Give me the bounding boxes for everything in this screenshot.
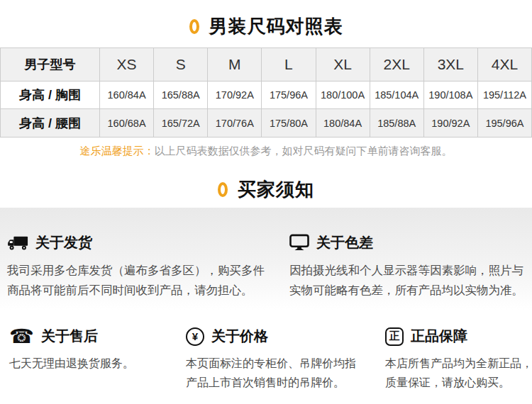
yen-circle-icon: ¥: [186, 327, 204, 346]
authentic-seal-icon: 正: [385, 327, 404, 346]
table-row-chest: 身高 / 胸围 160/84A 165/88A 170/92A 175/96A …: [1, 82, 532, 109]
note-body: 因拍摄光线和个人显示器等因素影响，照片与实物可能略有色差，所有产品均以实物为准。: [289, 260, 532, 300]
note-color-header: 关于色差: [289, 233, 532, 252]
size-value-cell: 185/88A: [370, 109, 423, 138]
size-value-cell: 165/72A: [154, 109, 208, 138]
size-header-cell: XS: [100, 48, 154, 82]
note-body: 七天无理由退换货服务。: [9, 354, 172, 373]
size-chart-tip: 途乐温馨提示：以上尺码表数据仅供参考，如对尺码有疑问下单前请咨询客服。: [0, 145, 532, 158]
size-header-cell: XL: [316, 48, 370, 82]
size-value-cell: 170/92A: [208, 82, 262, 109]
size-chart-table: 男子型号 XS S M L XL 2XL 3XL 4XL 身高 / 胸围 160…: [0, 47, 532, 138]
size-header-cell: L: [262, 48, 316, 82]
note-authenticity-header: 正 正品保障: [385, 327, 532, 346]
buyer-notes-title: 买家须知: [238, 177, 314, 202]
note-shipping: 关于发货 我司采用多仓库发货（遍布多省多区），购买多件商品将可能前后不同时间收到…: [7, 233, 271, 300]
ring-bullet-icon: [218, 182, 228, 197]
note-shipping-header: 关于发货: [7, 233, 271, 252]
note-authenticity: 正 正品保障 本店所售产品均为全新正品，质量保证，请放心购买。: [385, 327, 532, 392]
note-body: 我司采用多仓库发货（遍布多省多区），购买多件商品将可能前后不同时间收到产品，请勿…: [7, 260, 271, 300]
product-detail-page: 男装尺码对照表 男子型号 XS S M L XL 2XL 3XL 4XL 身高 …: [0, 0, 532, 404]
table-header-row: 男子型号 XS S M L XL 2XL 3XL 4XL: [1, 48, 532, 82]
note-heading: 关于价格: [211, 327, 268, 346]
size-header-cell: 2XL: [370, 48, 423, 82]
buyer-notes-panel: 关于发货 我司采用多仓库发货（遍布多省多区），购买多件商品将可能前后不同时间收到…: [0, 208, 532, 404]
size-value-cell: 180/84A: [316, 109, 370, 138]
size-value-cell: 195/112A: [477, 82, 531, 109]
size-header-cell: 3XL: [423, 48, 477, 82]
note-body: 本店所售产品均为全新正品，质量保证，请放心购买。: [385, 354, 532, 392]
note-color-difference: 关于色差 因拍摄光线和个人显示器等因素影响，照片与实物可能略有色差，所有产品均以…: [289, 233, 532, 300]
note-after-sales: ☎ 关于售后 七天无理由退换货服务。: [9, 327, 172, 373]
size-value-cell: 170/76A: [208, 109, 262, 138]
size-value-cell: 165/88A: [154, 82, 208, 109]
table-corner-cell: 男子型号: [1, 48, 100, 82]
size-chart-title-row: 男装尺码对照表: [0, 14, 532, 39]
row-label: 身高 / 胸围: [1, 82, 100, 109]
note-body: 本页面标注的专柜价、吊牌价均指产品上市首次销售时的吊牌价。: [186, 354, 365, 392]
size-value-cell: 190/108A: [423, 82, 477, 109]
ring-bullet-icon: [189, 19, 199, 34]
note-heading: 关于售后: [41, 327, 98, 346]
buyer-notes-title-row: 买家须知: [0, 177, 532, 202]
size-value-cell: 190/92A: [423, 109, 477, 138]
size-value-cell: 195/96A: [477, 109, 531, 138]
tip-text: 以上尺码表数据仅供参考，如对尺码有疑问下单前请咨询客服。: [155, 145, 453, 157]
note-price-header: ¥ 关于价格: [186, 327, 365, 346]
note-heading: 关于色差: [316, 233, 373, 252]
size-value-cell: 160/84A: [100, 82, 154, 109]
row-label: 身高 / 腰围: [1, 109, 100, 138]
phone-icon: ☎: [9, 327, 34, 346]
size-header-cell: M: [208, 48, 262, 82]
truck-icon: [7, 235, 28, 252]
size-header-cell: 4XL: [477, 48, 531, 82]
size-value-cell: 175/96A: [262, 82, 316, 109]
note-heading: 正品保障: [411, 327, 467, 346]
note-after-sales-header: ☎ 关于售后: [9, 327, 172, 346]
tip-brand-prefix: 途乐温馨提示：: [80, 145, 155, 157]
monitor-icon: [289, 234, 309, 252]
size-chart-title: 男装尺码对照表: [209, 14, 343, 39]
size-value-cell: 160/68A: [100, 109, 154, 138]
size-value-cell: 180/100A: [316, 82, 370, 109]
table-row-waist: 身高 / 腰围 160/68A 165/72A 170/76A 175/80A …: [1, 109, 532, 138]
size-header-cell: S: [154, 48, 208, 82]
size-value-cell: 185/104A: [370, 82, 423, 109]
size-value-cell: 175/80A: [262, 109, 316, 138]
note-price: ¥ 关于价格 本页面标注的专柜价、吊牌价均指产品上市首次销售时的吊牌价。: [186, 327, 365, 392]
note-heading: 关于发货: [35, 233, 92, 252]
